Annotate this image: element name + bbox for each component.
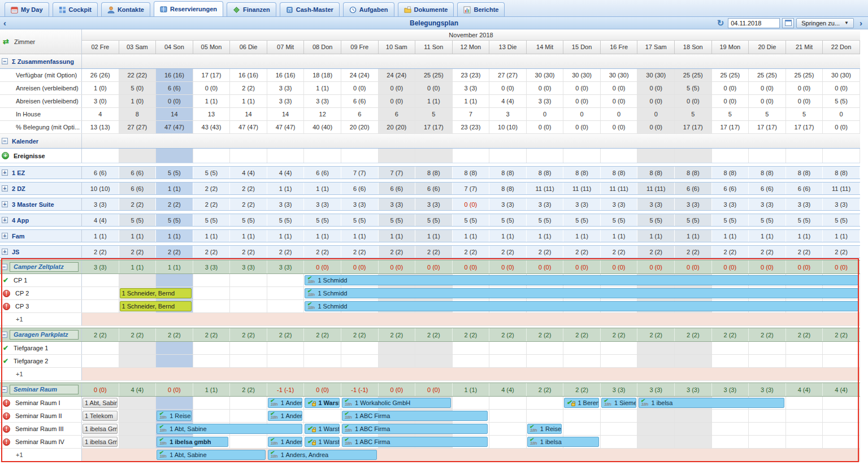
day-header-12-mon[interactable]: 12 Mon	[453, 41, 490, 54]
grid-cell[interactable]	[489, 149, 527, 163]
grid-cell[interactable]	[230, 274, 267, 286]
tab-reservierungen[interactable]: Reservierungen	[154, 1, 223, 16]
grid-cell[interactable]	[749, 410, 786, 422]
grid-cell[interactable]	[823, 149, 860, 163]
grid-cell[interactable]	[749, 342, 786, 354]
grid-cell[interactable]	[267, 287, 305, 299]
day-header-16-fre[interactable]: 16 Fre	[601, 41, 638, 54]
grid-cell[interactable]	[119, 274, 157, 286]
day-header-13-die[interactable]: 13 Die	[489, 41, 527, 54]
grid-cell[interactable]	[267, 274, 305, 286]
grid-cell[interactable]	[712, 342, 749, 354]
reservation-bar[interactable]: ✔18h1 Anders	[268, 411, 303, 421]
tab-aufgaben[interactable]: Aufgaben	[343, 2, 394, 16]
reservation-bar[interactable]: ✔18h1 Abt, Sabine	[157, 450, 266, 460]
calendar-picker-button[interactable]	[782, 18, 794, 28]
reservation-bar[interactable]: ✔18h1 ABC Firma	[342, 411, 488, 421]
reservation-bar[interactable]: ✔18h1 ibelsa	[527, 437, 599, 447]
reservation-bar[interactable]: ✔18h1 Workaholic GmbH	[342, 398, 451, 408]
grid-cell[interactable]	[823, 410, 860, 422]
grid-cell[interactable]	[489, 355, 527, 367]
grid-cell[interactable]	[453, 149, 490, 163]
reservation-bar[interactable]: ✔18h1 Abt, Sabine	[157, 424, 302, 434]
grid-cell[interactable]	[379, 149, 416, 163]
grid-cell[interactable]	[119, 423, 157, 435]
grid-cell[interactable]	[749, 149, 786, 163]
sort-arrows-icon[interactable]: ⇄	[3, 37, 9, 46]
grid-cell[interactable]	[786, 436, 823, 448]
grid-cell[interactable]	[637, 423, 675, 435]
reservation-bar[interactable]: 1 ibelsa Gm	[83, 424, 118, 434]
grid-cell[interactable]	[563, 149, 601, 163]
grid-cell[interactable]	[637, 436, 675, 448]
expand-icon[interactable]: +	[2, 185, 8, 192]
grid-cell[interactable]	[823, 342, 860, 354]
grid-cell[interactable]	[637, 410, 675, 422]
grid-cell[interactable]	[823, 397, 860, 409]
day-header-03-sam[interactable]: 03 Sam	[119, 41, 157, 54]
reservation-bar[interactable]: ✔18h1 ibelsa gmbh	[157, 437, 228, 447]
grid-cell[interactable]	[527, 149, 564, 163]
reservation-bar[interactable]: ✔18h1 ABC Firma	[342, 437, 488, 447]
reservation-bar[interactable]: ✔1 Warste	[305, 424, 340, 434]
expand-icon[interactable]: +	[2, 201, 8, 207]
day-header-21-mit[interactable]: 21 Mit	[786, 41, 823, 54]
grid-cell[interactable]	[379, 355, 416, 367]
grid-cell[interactable]	[527, 410, 564, 422]
reservation-bar[interactable]: ✔18h1 Anders, Andrea	[268, 450, 377, 460]
grid-cell[interactable]	[156, 355, 193, 367]
grid-cell[interactable]	[823, 436, 860, 448]
refresh-icon[interactable]: ↻	[717, 19, 724, 27]
grid-cell[interactable]	[119, 410, 157, 422]
grid-cell[interactable]	[304, 355, 341, 367]
grid-cell[interactable]	[601, 410, 638, 422]
grid-cell[interactable]	[527, 397, 564, 409]
grid-cell[interactable]	[786, 397, 823, 409]
grid-cell[interactable]	[119, 397, 157, 409]
grid-cell[interactable]	[230, 397, 267, 409]
day-header-06-die[interactable]: 06 Die	[230, 41, 267, 54]
grid-cell[interactable]	[230, 149, 267, 163]
grid-cell[interactable]	[563, 355, 601, 367]
reservation-bar[interactable]: 1 Telekom	[83, 411, 118, 421]
expand-icon[interactable]: +	[2, 249, 8, 255]
grid-cell[interactable]	[786, 423, 823, 435]
expand-icon[interactable]: +	[2, 233, 8, 239]
reservation-bar[interactable]: 1 Schneider, Bernd	[120, 301, 192, 311]
grid-cell[interactable]	[786, 355, 823, 367]
reservation-bar[interactable]: ✔1 Warste	[305, 437, 340, 447]
day-header-05-mon[interactable]: 05 Mon	[193, 41, 231, 54]
day-header-08-don[interactable]: 08 Don	[304, 41, 341, 54]
date-input[interactable]	[728, 18, 780, 28]
grid-cell[interactable]	[712, 423, 749, 435]
collapse-icon[interactable]: −	[1, 264, 7, 270]
tab-berichte[interactable]: Berichte	[457, 2, 505, 16]
reservation-bar[interactable]: 1 Schneider, Bernd	[120, 288, 192, 298]
section-label[interactable]: Seminar Raum	[10, 385, 79, 394]
day-header-10-sam[interactable]: 10 Sam	[379, 41, 416, 54]
grid-cell[interactable]	[453, 355, 490, 367]
grid-cell[interactable]	[415, 149, 453, 163]
forward-icon[interactable]: ›	[856, 18, 866, 28]
grid-cell[interactable]	[712, 436, 749, 448]
reservation-bar[interactable]: ✔18h1 Anders	[268, 437, 303, 447]
grid-cell[interactable]	[119, 342, 157, 354]
grid-cell[interactable]	[786, 410, 823, 422]
grid-cell[interactable]	[267, 355, 305, 367]
reservation-bar[interactable]: 1 Abt, Sabin	[83, 398, 118, 408]
day-header-04-son[interactable]: 04 Son	[156, 41, 193, 54]
grid-cell[interactable]	[230, 342, 267, 354]
day-header-20-die[interactable]: 20 Die	[749, 41, 786, 54]
grid-cell[interactable]	[379, 342, 416, 354]
grid-cell[interactable]	[82, 149, 119, 163]
grid-cell[interactable]	[601, 423, 638, 435]
grid-cell[interactable]	[267, 300, 305, 312]
jump-to-button[interactable]: Springen zu... ▼	[796, 18, 854, 28]
reservation-bar[interactable]: ✔18h1 ibelsa	[639, 398, 784, 408]
grid-cell[interactable]	[267, 342, 305, 354]
grid-cell[interactable]	[489, 397, 527, 409]
grid-cell[interactable]	[304, 342, 341, 354]
add-event-icon[interactable]: +	[2, 152, 9, 159]
grid-cell[interactable]	[193, 342, 231, 354]
tab-cash-master[interactable]: Cash-Master	[280, 2, 340, 16]
